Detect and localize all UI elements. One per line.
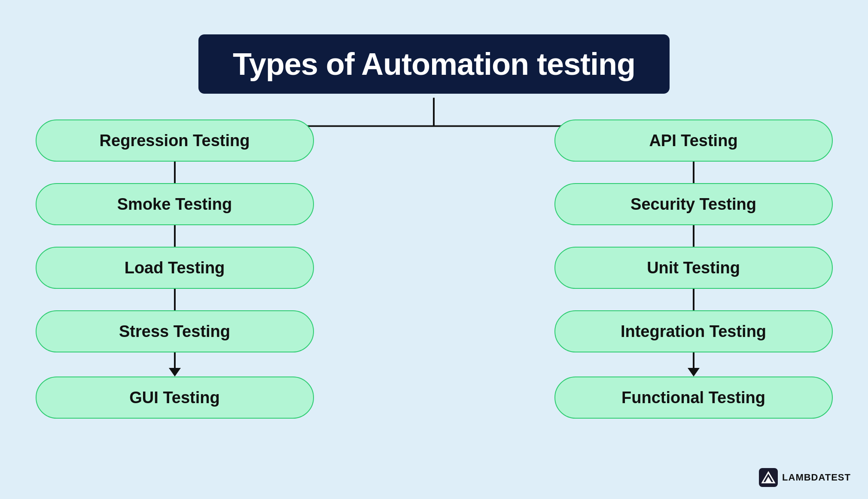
columns-container: Regression Testing Smoke Testing Load Te…	[36, 119, 833, 499]
connector-r3	[693, 289, 694, 310]
gui-testing-card: GUI Testing	[36, 377, 314, 419]
right-column: API Testing Security Testing Unit Testin…	[554, 119, 833, 499]
stress-testing-card: Stress Testing	[36, 310, 314, 352]
connector-1	[174, 162, 176, 183]
diagram-area: Regression Testing Smoke Testing Load Te…	[0, 94, 868, 499]
connector-2	[174, 225, 176, 247]
connector-arrow-right	[693, 352, 694, 370]
unit-testing-card: Unit Testing	[554, 247, 833, 289]
regression-testing-card: Regression Testing	[36, 119, 314, 162]
connector-3	[174, 289, 176, 310]
smoke-testing-card: Smoke Testing	[36, 183, 314, 225]
page-title: Types of Automation testing	[198, 34, 670, 94]
connector-r1	[693, 162, 694, 183]
left-column: Regression Testing Smoke Testing Load Te…	[36, 119, 314, 499]
load-testing-card: Load Testing	[36, 247, 314, 289]
api-testing-card: API Testing	[554, 119, 833, 162]
security-testing-card: Security Testing	[554, 183, 833, 225]
connector-r2	[693, 225, 694, 247]
title-text: Types of Automation testing	[233, 46, 635, 82]
connector-arrow-left	[174, 352, 176, 370]
integration-testing-card: Integration Testing	[554, 310, 833, 352]
functional-testing-card: Functional Testing	[554, 377, 833, 419]
